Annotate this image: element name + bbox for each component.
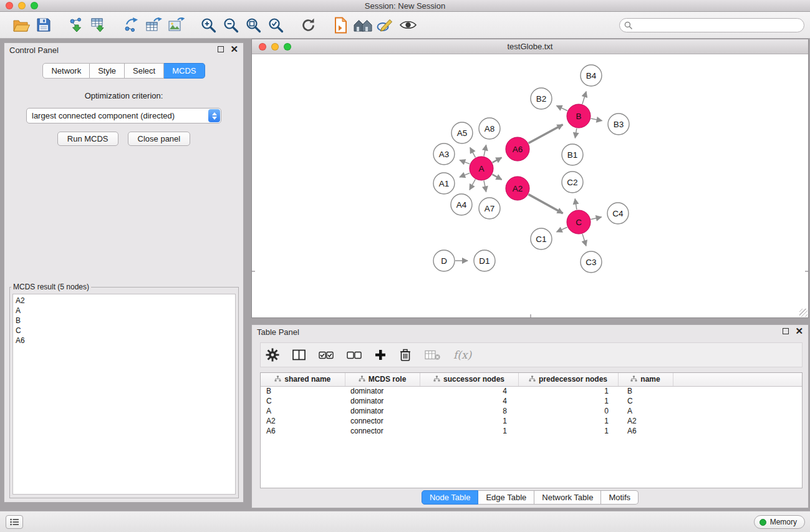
mcds-result-item[interactable]: C bbox=[16, 326, 233, 336]
edge-B-B3[interactable] bbox=[591, 118, 602, 121]
edge-A-A2[interactable] bbox=[493, 175, 502, 180]
zoom-selected-icon[interactable] bbox=[264, 15, 287, 35]
add-column-plus-icon[interactable] bbox=[375, 349, 386, 360]
tab-network[interactable]: Network bbox=[42, 63, 90, 79]
column-header-successor-nodes[interactable]: successor nodes bbox=[420, 373, 518, 386]
resize-tick-bottom[interactable] bbox=[530, 314, 531, 317]
edge-C-C4[interactable] bbox=[591, 217, 602, 220]
edge-B-B4[interactable] bbox=[582, 92, 586, 104]
memory-button[interactable]: Memory bbox=[754, 515, 805, 529]
mcds-result-item[interactable]: A bbox=[16, 306, 233, 316]
table-row[interactable]: Cdominator41C bbox=[261, 396, 802, 406]
edge-C-C1[interactable] bbox=[557, 227, 567, 232]
apply-style-icon[interactable] bbox=[374, 15, 397, 35]
node-A8[interactable]: A8 bbox=[479, 118, 500, 139]
zoom-out-icon[interactable] bbox=[219, 15, 242, 35]
zoom-in-icon[interactable] bbox=[197, 15, 219, 35]
node-B3[interactable]: B3 bbox=[608, 114, 629, 135]
run-mcds-button[interactable]: Run MCDS bbox=[57, 132, 118, 146]
show-hide-eye-icon[interactable] bbox=[397, 15, 419, 35]
node-A4[interactable]: A4 bbox=[451, 194, 472, 215]
criterion-dropdown[interactable]: largest connected component (directed) bbox=[26, 108, 221, 123]
float-panel-icon[interactable] bbox=[218, 46, 224, 52]
save-session-icon[interactable] bbox=[32, 15, 55, 35]
node-B[interactable]: B bbox=[567, 104, 591, 128]
welcome-document-icon[interactable] bbox=[329, 15, 352, 35]
edge-A-A5[interactable] bbox=[470, 148, 476, 158]
column-header-mcds-role[interactable]: MCDS role bbox=[345, 373, 420, 386]
node-C4[interactable]: C4 bbox=[607, 203, 629, 224]
node-C[interactable]: C bbox=[567, 210, 591, 234]
select-all-icon[interactable] bbox=[319, 351, 334, 360]
node-B4[interactable]: B4 bbox=[581, 65, 602, 86]
delete-table-icon[interactable] bbox=[425, 350, 440, 360]
import-network-icon[interactable] bbox=[65, 15, 87, 35]
tab-motifs[interactable]: Motifs bbox=[601, 490, 639, 505]
table-settings-gear-icon[interactable] bbox=[266, 348, 279, 362]
table-row[interactable]: Adominator80A bbox=[261, 406, 802, 416]
tab-select[interactable]: Select bbox=[125, 63, 164, 79]
edge-C-C2[interactable] bbox=[575, 199, 577, 210]
mcds-result-list[interactable]: A2ABCA6 bbox=[12, 294, 236, 495]
node-table[interactable]: shared name MCDS role successor nodes pr… bbox=[260, 372, 803, 488]
edge-A-A7[interactable] bbox=[484, 181, 486, 192]
deselect-all-icon[interactable] bbox=[347, 351, 362, 360]
node-B2[interactable]: B2 bbox=[531, 88, 552, 109]
task-history-button[interactable] bbox=[6, 515, 23, 529]
node-D[interactable]: D bbox=[433, 250, 455, 271]
edge-B-B2[interactable] bbox=[556, 105, 567, 110]
column-header-predecessor-nodes[interactable]: predecessor nodes bbox=[518, 373, 618, 386]
tab-style[interactable]: Style bbox=[90, 63, 125, 79]
node-C2[interactable]: C2 bbox=[562, 172, 583, 193]
open-session-icon[interactable] bbox=[10, 15, 32, 35]
edge-A6-B[interactable] bbox=[529, 125, 563, 143]
column-header-name[interactable]: name bbox=[618, 373, 673, 386]
close-panel-button[interactable]: Close panel bbox=[128, 132, 191, 146]
edge-A-A3[interactable] bbox=[460, 160, 470, 164]
close-panel-icon[interactable]: ✕ bbox=[230, 46, 238, 52]
home-reset-icon[interactable] bbox=[352, 15, 374, 35]
edge-A-A6[interactable] bbox=[493, 158, 502, 163]
export-image-icon[interactable] bbox=[165, 15, 187, 35]
resize-grip-icon[interactable] bbox=[799, 309, 808, 317]
refresh-view-icon[interactable] bbox=[297, 15, 319, 35]
table-row[interactable]: A6connector11A6 bbox=[261, 426, 802, 436]
resize-tick-left[interactable] bbox=[252, 271, 255, 272]
tab-network-table[interactable]: Network Table bbox=[534, 490, 601, 505]
mcds-result-item[interactable]: A2 bbox=[16, 296, 233, 306]
node-A[interactable]: A bbox=[470, 157, 493, 180]
close-table-panel-icon[interactable]: ✕ bbox=[795, 328, 803, 334]
search-input[interactable] bbox=[635, 21, 804, 29]
import-table-icon[interactable] bbox=[87, 15, 110, 35]
node-C3[interactable]: C3 bbox=[581, 251, 602, 273]
network-view-content[interactable]: B4B2BB3A5A8A6B1A3AC2A1A2A4A7C4CC1C3DD1 bbox=[252, 54, 808, 317]
export-table-icon[interactable] bbox=[142, 15, 165, 35]
edge-A-A8[interactable] bbox=[484, 145, 486, 156]
node-A2[interactable]: A2 bbox=[506, 177, 529, 200]
tab-mcds[interactable]: MCDS bbox=[164, 63, 205, 79]
table-row[interactable]: A2connector11A2 bbox=[261, 416, 802, 426]
network-canvas[interactable]: B4B2BB3A5A8A6B1A3AC2A1A2A4A7C4CC1C3DD1 bbox=[252, 54, 808, 317]
table-row[interactable]: Bdominator41B bbox=[261, 386, 802, 396]
node-B1[interactable]: B1 bbox=[562, 144, 583, 165]
edge-A-A4[interactable] bbox=[470, 180, 475, 190]
resize-tick-right[interactable] bbox=[805, 271, 808, 272]
toolbar-search[interactable] bbox=[619, 18, 804, 32]
column-header-shared-name[interactable]: shared name bbox=[261, 373, 345, 386]
node-C1[interactable]: C1 bbox=[531, 228, 552, 249]
network-window-titlebar[interactable]: testGlobe.txt bbox=[252, 39, 808, 54]
node-A7[interactable]: A7 bbox=[479, 198, 500, 219]
mcds-result-item[interactable]: B bbox=[16, 316, 233, 326]
tab-edge-table[interactable]: Edge Table bbox=[478, 490, 534, 505]
mcds-result-item[interactable]: A6 bbox=[16, 336, 233, 346]
zoom-fit-icon[interactable] bbox=[242, 15, 264, 35]
function-builder-icon[interactable]: f(x) bbox=[453, 349, 471, 361]
edge-B-B1[interactable] bbox=[575, 128, 577, 138]
delete-trash-icon[interactable] bbox=[399, 348, 412, 362]
export-network-icon[interactable] bbox=[120, 15, 142, 35]
node-D1[interactable]: D1 bbox=[474, 250, 495, 271]
edge-A-A1[interactable] bbox=[460, 173, 470, 177]
float-table-panel-icon[interactable] bbox=[783, 328, 789, 334]
edge-C-C3[interactable] bbox=[582, 234, 586, 246]
node-A6[interactable]: A6 bbox=[506, 137, 529, 161]
